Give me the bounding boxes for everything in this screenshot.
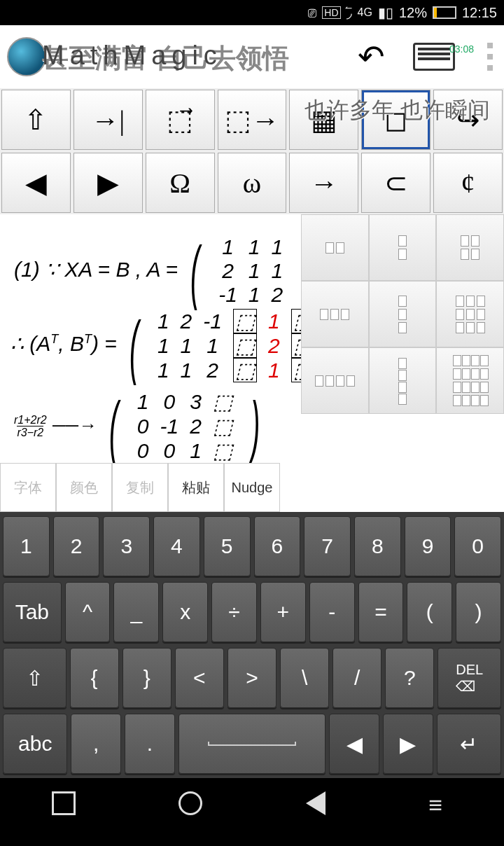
signal-icon: ▮▯ — [378, 4, 393, 21]
key-underscore[interactable]: _ — [113, 582, 159, 642]
soft-keyboard: 1 2 3 4 5 6 7 8 9 0 Tab ^ _ x ÷ + - = ( … — [0, 512, 504, 778]
tool-lower-omega[interactable]: ω — [218, 153, 287, 213]
key-3[interactable]: 3 — [103, 516, 150, 576]
palette-1x4[interactable] — [301, 347, 369, 414]
app-title: MathMagic — [42, 41, 223, 71]
status-bar: ⎚ HD ◞⃐ 4G ▮▯ 12% 12:15 — [0, 0, 504, 25]
keyboard-icon[interactable]: 03:08 — [413, 43, 455, 71]
tool-indent[interactable]: ⬚⃗ — [146, 90, 215, 150]
lyric-overlay-2: 也许多年 也许瞬间 — [304, 95, 490, 126]
key-lparen[interactable]: ( — [407, 582, 452, 642]
undo-icon[interactable]: ↶ — [358, 38, 385, 76]
key-abc[interactable]: abc — [3, 714, 67, 774]
globe-icon[interactable] — [7, 37, 46, 76]
key-minus[interactable]: - — [309, 582, 355, 642]
tab-copy[interactable]: 复制 — [112, 463, 168, 512]
key-equals[interactable]: = — [358, 582, 404, 642]
menu-icon[interactable] — [483, 43, 497, 71]
tool-box[interactable]: ⬚→ — [218, 90, 287, 150]
key-0[interactable]: 0 — [454, 516, 501, 576]
key-question[interactable]: ? — [385, 648, 434, 708]
key-plus[interactable]: + — [260, 582, 306, 642]
toolbar: 也许多年 也许瞬间 ⇧ →| ⬚⃗ ⬚→ ▦ ◻ ↪ ◀ ▶ Ω ω → ⊂ ¢ — [0, 88, 504, 214]
palette-2x2[interactable] — [436, 214, 504, 281]
clock: 12:15 — [462, 5, 497, 21]
tool-shift[interactable]: ⇧ — [1, 90, 71, 150]
context-tabs: 字体 颜色 复制 粘贴 Nudge — [0, 463, 504, 512]
matrix-palette — [301, 214, 504, 414]
app-header: MathMagic 甚至满富 自己去领悟 ↶ 03:08 — [0, 25, 504, 88]
nav-recent-icon[interactable] — [52, 791, 76, 815]
key-x[interactable]: x — [162, 582, 208, 642]
palette-1x3[interactable] — [301, 281, 369, 347]
key-del[interactable]: DEL⌫ — [438, 648, 501, 708]
key-comma[interactable]: , — [71, 714, 121, 774]
nav-home-icon[interactable] — [178, 791, 202, 815]
key-caret[interactable]: ^ — [65, 582, 111, 642]
equation-2: ∴ (AT, BT) = ( 12-1⬚1⬚-1 111⬚2⬚0 112⬚1⬚1 — [10, 309, 350, 382]
key-divide[interactable]: ÷ — [211, 582, 257, 642]
palette-3x1[interactable] — [369, 281, 437, 347]
key-8[interactable]: 8 — [354, 516, 401, 576]
android-nav: ≡ — [0, 778, 504, 828]
tab-font[interactable]: 字体 — [0, 463, 56, 512]
key-backslash[interactable]: \ — [280, 648, 329, 708]
key-tab[interactable]: Tab — [3, 582, 62, 642]
tool-subset[interactable]: ⊂ — [361, 153, 430, 213]
wifi-icon: ◞⃐ — [346, 4, 352, 21]
key-slash[interactable]: / — [332, 648, 382, 708]
kbd-badge: 03:08 — [449, 43, 474, 55]
tab-paste[interactable]: 粘贴 — [168, 463, 224, 512]
palette-3x3[interactable] — [436, 281, 504, 347]
key-5[interactable]: 5 — [204, 516, 251, 576]
equation-canvas[interactable]: (1) ∵ XA = B , A = ( 111 211 -112 ∴ (AT,… — [0, 214, 504, 463]
key-1[interactable]: 1 — [3, 516, 50, 576]
cast-icon: ⎚ — [308, 5, 316, 21]
palette-2x1[interactable] — [369, 214, 437, 281]
key-right[interactable]: ▶ — [383, 714, 433, 774]
tool-upper-omega[interactable]: Ω — [146, 153, 215, 213]
key-rbrace[interactable]: } — [122, 648, 172, 708]
tab-color[interactable]: 颜色 — [56, 463, 112, 512]
key-space[interactable] — [178, 714, 326, 774]
tool-prev[interactable]: ◀ — [1, 153, 71, 213]
key-left[interactable]: ◀ — [329, 714, 379, 774]
key-7[interactable]: 7 — [304, 516, 351, 576]
equation-1: (1) ∵ XA = B , A = ( 111 211 -112 — [14, 235, 288, 307]
battery-pct: 12% — [399, 5, 427, 21]
key-shift[interactable]: ⇧ — [3, 648, 66, 708]
nav-back-icon[interactable] — [306, 791, 326, 815]
key-6[interactable]: 6 — [254, 516, 301, 576]
tool-next[interactable]: ▶ — [74, 153, 143, 213]
tab-nudge[interactable]: Nudge — [224, 463, 280, 512]
key-lt[interactable]: < — [175, 648, 224, 708]
equation-3: r1+2r2r3−r2 ──→ ( 103⬚ 0-12⬚ 001⬚ ) — [14, 389, 267, 463]
tool-arrow[interactable]: → — [289, 153, 358, 213]
network-icon: 4G — [358, 6, 372, 19]
palette-4x1[interactable] — [369, 347, 437, 414]
key-9[interactable]: 9 — [405, 516, 451, 576]
tool-tab[interactable]: →| — [74, 90, 143, 150]
key-gt[interactable]: > — [227, 648, 276, 708]
key-rparen[interactable]: ) — [456, 582, 501, 642]
hd-icon: HD — [322, 6, 340, 19]
key-period[interactable]: . — [125, 714, 175, 774]
tool-cent[interactable]: ¢ — [433, 153, 503, 213]
key-4[interactable]: 4 — [153, 516, 200, 576]
nav-menu-icon[interactable]: ≡ — [428, 791, 452, 815]
palette-4x4[interactable] — [436, 347, 504, 414]
battery-icon — [433, 6, 456, 19]
palette-1x2[interactable] — [301, 214, 369, 281]
key-lbrace[interactable]: { — [70, 648, 119, 708]
key-enter[interactable]: ↵ — [437, 714, 501, 774]
key-2[interactable]: 2 — [53, 516, 100, 576]
